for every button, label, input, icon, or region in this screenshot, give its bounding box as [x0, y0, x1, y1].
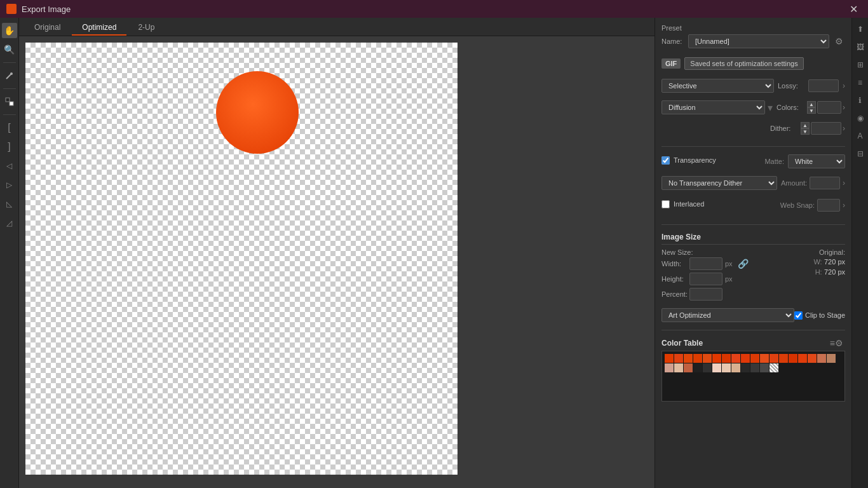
slice-tool[interactable]: ◺	[2, 196, 17, 212]
dithering-arrow[interactable]: ▾	[768, 102, 773, 114]
color-swatch[interactable]	[798, 354, 807, 363]
canvas-container	[19, 36, 654, 488]
color-swatch[interactable]	[760, 354, 769, 363]
websnap-arrow[interactable]: ›	[843, 201, 845, 210]
bracket-right-tool[interactable]: ]	[2, 139, 17, 154]
lock-icon: 🔗	[738, 259, 749, 269]
dither-arrow[interactable]: ›	[843, 124, 845, 133]
colors-label: Colors:	[776, 104, 803, 111]
color-swatch[interactable]	[779, 354, 788, 363]
zoom-tool[interactable]: 🔍	[2, 42, 17, 57]
no-trans-dither-dropdown[interactable]: No Transparency Dither	[661, 176, 777, 190]
color-swatch[interactable]	[760, 363, 769, 372]
matte-dropdown[interactable]: White	[788, 154, 845, 168]
arrow-right-tool[interactable]: ▷	[2, 177, 17, 193]
color-swatch[interactable]	[808, 354, 817, 363]
color-swatch[interactable]	[712, 354, 721, 363]
preset-settings-icon[interactable]: ⚙	[833, 36, 845, 46]
color-swatch[interactable]	[703, 363, 712, 372]
art-optimized-dropdown[interactable]: Art Optimized	[661, 308, 794, 322]
color-swatch[interactable]	[750, 354, 759, 363]
color-table-title: Color Table	[661, 339, 703, 348]
w-label: W:	[813, 258, 822, 266]
color-table-menu[interactable]: ≡⚙	[828, 338, 845, 348]
color-swatch[interactable]	[731, 363, 740, 372]
transparent-swatch[interactable]	[770, 363, 778, 372]
clip-to-stage-checkbox[interactable]	[794, 311, 803, 320]
transparency-label: Transparency	[674, 156, 716, 164]
name-label: Name:	[661, 37, 684, 45]
preset-name-dropdown[interactable]: [Unnamed]	[688, 34, 829, 48]
bracket-left-tool[interactable]: [	[2, 120, 17, 135]
color-swatch[interactable]	[684, 354, 693, 363]
dither-down[interactable]: ▼	[801, 128, 810, 135]
websnap-input[interactable]: 0%	[817, 199, 840, 212]
color-swatch[interactable]	[693, 354, 702, 363]
color-swatch[interactable]	[741, 363, 750, 372]
width-input[interactable]: 720	[689, 257, 722, 270]
table-icon-btn[interactable]: ⊟	[854, 147, 867, 160]
interlaced-websnap-row: Interlaced Web Snap: 0% ›	[661, 199, 845, 212]
effects-icon-btn[interactable]: ◉	[854, 112, 867, 125]
export-icon-btn[interactable]: ⬆	[854, 23, 867, 36]
color-swatch[interactable]	[731, 354, 740, 363]
lossy-arrow[interactable]: ›	[843, 81, 845, 90]
colors-up[interactable]: ▲	[807, 101, 816, 107]
character-icon-btn[interactable]: A	[854, 130, 867, 142]
gif-tooltip: Saved sets of optimization settings	[684, 57, 803, 70]
tab-2up[interactable]: 2-Up	[128, 20, 165, 36]
close-button[interactable]: ✕	[846, 2, 862, 17]
amount-input[interactable]: 100	[810, 177, 840, 189]
color-swatch[interactable]	[674, 363, 683, 372]
arrow-left-tool[interactable]: ◁	[2, 158, 17, 173]
transparency-checkbox[interactable]	[661, 156, 670, 165]
color-swatch[interactable]	[789, 354, 797, 363]
color-swatch[interactable]	[750, 363, 759, 372]
image-icon-btn[interactable]: 🖼	[854, 41, 867, 53]
color-swatch[interactable]	[722, 363, 731, 372]
color-swatch[interactable]	[684, 363, 693, 372]
color-swatch[interactable]	[703, 354, 712, 363]
colors-arrow[interactable]: ›	[843, 103, 845, 112]
dither-up[interactable]: ▲	[801, 122, 810, 128]
slice-select-tool[interactable]: ◿	[2, 215, 17, 231]
colors-input[interactable]: 256	[817, 101, 841, 114]
layers-icon-btn[interactable]: ≡	[854, 76, 867, 89]
lossy-input[interactable]: 0	[808, 79, 839, 92]
color-swatch[interactable]	[741, 354, 750, 363]
colors-down[interactable]: ▼	[807, 107, 816, 114]
percent-input[interactable]: 100	[689, 288, 722, 301]
color-swatch[interactable]	[712, 363, 721, 372]
interlaced-row: Interlaced	[661, 200, 704, 208]
tab-original[interactable]: Original	[24, 20, 71, 36]
color-swatch[interactable]	[693, 363, 702, 372]
width-label: Width:	[661, 260, 687, 268]
original-label: Original:	[813, 248, 845, 256]
dithering-dropdown[interactable]: Diffusion	[661, 100, 765, 114]
color-swatch[interactable]	[674, 354, 683, 363]
color-swatch[interactable]	[665, 354, 674, 363]
height-input[interactable]: 720	[689, 273, 722, 285]
color-swatch[interactable]	[770, 354, 778, 363]
color-swatch[interactable]	[722, 354, 731, 363]
tab-optimized[interactable]: Optimized	[72, 20, 126, 36]
color-swatch[interactable]	[827, 354, 836, 363]
eyedropper-tool[interactable]	[2, 68, 17, 83]
color-swatch[interactable]	[665, 363, 674, 372]
color-reduction-dropdown[interactable]: Selective	[661, 79, 774, 93]
grid-icon-btn[interactable]: ⊞	[854, 58, 867, 71]
hand-tool[interactable]: ✋	[2, 23, 17, 38]
app-icon	[6, 4, 17, 14]
amount-arrow[interactable]: ›	[843, 179, 845, 187]
h-label: H:	[815, 268, 822, 276]
dither-input[interactable]: 100	[811, 122, 841, 135]
info-icon-btn[interactable]: ℹ	[854, 94, 867, 107]
color-swatch-tool[interactable]	[2, 94, 17, 109]
color-table-header: Color Table ≡⚙	[661, 338, 845, 348]
color-swatch[interactable]	[817, 354, 826, 363]
left-toolbar: ✋ 🔍 [ ] ◁ ▷ ◺ ◿	[0, 18, 19, 488]
clip-to-stage-row: Clip to Stage	[794, 311, 845, 320]
gif-badge: GIF	[661, 58, 681, 69]
original-h-row: H: 720 px	[813, 268, 845, 276]
interlaced-checkbox[interactable]	[661, 200, 670, 208]
